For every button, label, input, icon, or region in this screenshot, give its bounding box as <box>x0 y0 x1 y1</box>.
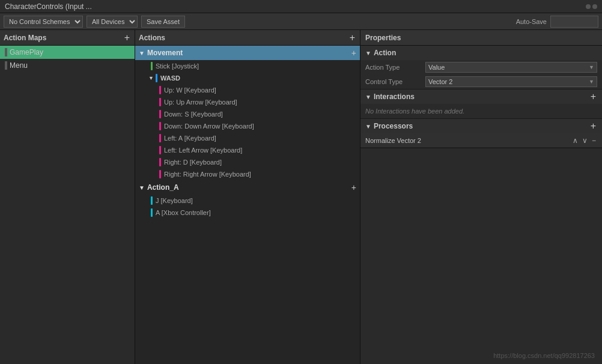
left-a-sidebar <box>159 134 161 142</box>
j-keyboard-sidebar <box>151 196 153 205</box>
control-type-label: Control Type <box>365 78 425 85</box>
save-asset-button[interactable]: Save Asset <box>141 16 185 28</box>
action-maps-title: Action Maps <box>4 34 46 42</box>
a-xbox-sidebar <box>151 208 153 217</box>
add-action-a-button[interactable]: + <box>351 183 356 192</box>
control-type-chevron: ▼ <box>589 79 594 85</box>
prop-row-action-type: Action Type Value ▼ <box>360 60 602 74</box>
add-processor-button[interactable]: + <box>589 121 597 131</box>
control-scheme-wrapper: No Control Schemes <box>4 16 83 28</box>
processor-down-button[interactable]: ∨ <box>581 136 589 145</box>
add-interaction-button[interactable]: + <box>589 92 597 102</box>
action-section-title: ▼ Action <box>365 49 396 57</box>
title-bar-controls <box>586 4 597 9</box>
left-arrow-label: Left: Left Arrow [Keyboard] <box>164 147 242 154</box>
processor-up-button[interactable]: ∧ <box>571 136 579 145</box>
up-arrow-sidebar <box>159 98 161 106</box>
action-item-down-arrow[interactable]: Down: Down Arrow [Keyboard] <box>135 120 360 132</box>
search-input[interactable] <box>550 16 598 28</box>
wasd-label: WASD <box>160 74 180 82</box>
interactions-section-title: ▼ Interactions <box>365 93 415 101</box>
action-item-left-arrow[interactable]: Left: Left Arrow [Keyboard] <box>135 144 360 156</box>
action-item-j-keyboard[interactable]: J [Keyboard] <box>135 195 360 207</box>
movement-arrow: ▼ <box>139 50 145 56</box>
interactions-arrow: ▼ <box>365 94 371 100</box>
action-group-action-a[interactable]: ▼ Action_A + <box>135 180 360 195</box>
action-section-arrow: ▼ <box>365 50 371 56</box>
action-item-a-xbox[interactable]: A [Xbox Controller] <box>135 207 360 219</box>
right-d-sidebar <box>159 158 161 166</box>
action-item-up-arrow[interactable]: Up: Up Arrow [Keyboard] <box>135 96 360 108</box>
processor-controls: ∧ ∨ − <box>571 136 597 145</box>
processors-section-title: ▼ Processors <box>365 122 413 130</box>
prop-section-interactions: ▼ Interactions + No Interactions have be… <box>360 89 602 119</box>
action-type-chevron: ▼ <box>589 64 594 70</box>
action-map-menu-label: Menu <box>10 61 28 70</box>
interactions-empty: No Interactions have been added. <box>360 104 602 118</box>
interactions-section-header[interactable]: ▼ Interactions + <box>360 89 602 104</box>
action-maps-header: Action Maps + <box>0 30 135 46</box>
actions-title: Actions <box>139 34 165 42</box>
devices-select[interactable]: All Devices <box>87 16 138 28</box>
actions-list: ▼ Movement + Stick [Joystick] ▼ WASD Up:… <box>135 46 360 364</box>
action-map-item-menu[interactable]: Menu <box>0 59 135 72</box>
action-a-label: Action_A <box>147 183 179 192</box>
processor-normalize-label: Normalize Vector 2 <box>365 137 571 144</box>
main-layout: Action Maps + GamePlay Menu Actions + ▼ … <box>0 30 602 364</box>
actions-panel: Actions + ▼ Movement + Stick [Joystick] … <box>135 30 360 364</box>
subgroup-wasd[interactable]: ▼ WASD <box>135 72 360 84</box>
right-arrow-label: Right: Right Arrow [Keyboard] <box>164 171 251 178</box>
j-keyboard-label: J [Keyboard] <box>156 197 193 204</box>
title-bar-left: CharacterControls (Input ... <box>5 2 92 11</box>
up-w-label: Up: W [Keyboard] <box>164 86 216 94</box>
processors-section-header[interactable]: ▼ Processors + <box>360 119 602 133</box>
gameplay-indicator <box>5 48 7 56</box>
up-arrow-label: Up: Up Arrow [Keyboard] <box>164 99 237 106</box>
down-arrow-sidebar <box>159 122 161 130</box>
processor-remove-button[interactable]: − <box>591 136 597 145</box>
title-bar-title: CharacterControls (Input ... <box>5 2 92 11</box>
processor-item-normalize: Normalize Vector 2 ∧ ∨ − <box>360 133 602 148</box>
title-bar: CharacterControls (Input ... <box>0 0 602 13</box>
action-group-movement[interactable]: ▼ Movement + <box>135 46 360 60</box>
left-arrow-sidebar <box>159 146 161 154</box>
control-type-value: Vector 2 <box>428 78 452 85</box>
add-movement-button[interactable]: + <box>351 48 356 58</box>
prop-row-control-type: Control Type Vector 2 ▼ <box>360 74 602 89</box>
watermark: https://blog.csdn.net/qq992817263 <box>493 352 595 359</box>
action-a-arrow: ▼ <box>139 184 145 191</box>
menu-indicator <box>5 61 7 70</box>
down-arrow-label: Down: Down Arrow [Keyboard] <box>164 123 254 130</box>
action-item-stick-joystick[interactable]: Stick [Joystick] <box>135 60 360 72</box>
properties-panel: Properties ▼ Action Action Type Value ▼ <box>360 30 602 364</box>
action-maps-panel: Action Maps + GamePlay Menu <box>0 30 135 364</box>
actions-header: Actions + <box>135 30 360 46</box>
action-maps-list: GamePlay Menu <box>0 46 135 364</box>
action-type-select[interactable]: Value ▼ <box>425 62 597 73</box>
action-item-right-arrow[interactable]: Right: Right Arrow [Keyboard] <box>135 168 360 180</box>
action-type-label: Action Type <box>365 64 425 71</box>
action-map-gameplay-label: GamePlay <box>10 48 43 56</box>
dot1 <box>586 4 591 9</box>
processors-arrow: ▼ <box>365 123 371 130</box>
add-action-button[interactable]: + <box>348 33 356 43</box>
control-scheme-select[interactable]: No Control Schemes <box>4 16 83 28</box>
add-action-map-button[interactable]: + <box>123 33 131 43</box>
wasd-sidebar <box>156 74 157 82</box>
control-type-select[interactable]: Vector 2 ▼ <box>425 76 597 87</box>
action-item-left-a[interactable]: Left: A [Keyboard] <box>135 132 360 144</box>
auto-save-label: Auto-Save <box>516 18 547 25</box>
action-map-item-gameplay[interactable]: GamePlay <box>0 46 135 59</box>
movement-label: Movement <box>147 49 183 57</box>
action-item-down-s[interactable]: Down: S [Keyboard] <box>135 108 360 120</box>
properties-body: ▼ Action Action Type Value ▼ Control Typ… <box>360 46 602 364</box>
toolbar: No Control Schemes All Devices Save Asse… <box>0 13 602 30</box>
down-s-sidebar <box>159 110 161 118</box>
action-item-right-d[interactable]: Right: D [Keyboard] <box>135 156 360 168</box>
right-arrow-sidebar <box>159 170 161 178</box>
right-d-label: Right: D [Keyboard] <box>164 159 222 166</box>
action-section-header[interactable]: ▼ Action <box>360 46 602 60</box>
dot2 <box>592 4 597 9</box>
prop-section-action: ▼ Action Action Type Value ▼ Control Typ… <box>360 46 602 89</box>
action-item-up-w[interactable]: Up: W [Keyboard] <box>135 84 360 96</box>
